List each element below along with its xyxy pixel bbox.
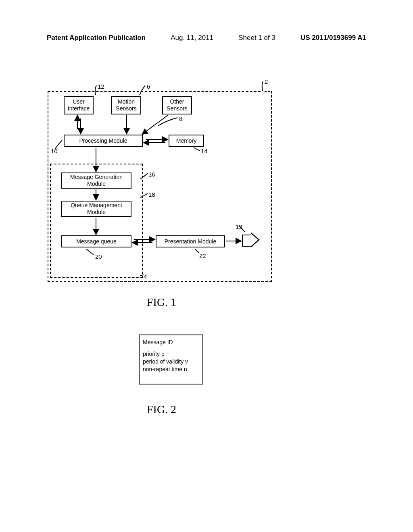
other-sensors-label: Other Sensors xyxy=(167,98,187,112)
user-interface-block: User Interface xyxy=(64,96,94,114)
presentation-module-block: Presentation Module xyxy=(156,235,225,247)
ref-2: 2 xyxy=(265,78,268,85)
motion-sensors-block: Motion Sensors xyxy=(111,96,141,114)
processing-module-block: Processing Module xyxy=(64,135,143,147)
ref-22: 22 xyxy=(199,252,206,259)
publication-label: Patent Application Publication xyxy=(47,34,146,42)
publication-number: US 2011/0193699 A1 xyxy=(300,34,366,42)
ref-16: 16 xyxy=(148,171,155,178)
figure-2-caption: FIG. 2 xyxy=(147,403,176,416)
ref-13: 13 xyxy=(236,223,242,230)
fig2-line-priority: priority p xyxy=(143,350,199,358)
other-sensors-block: Other Sensors xyxy=(162,96,192,114)
ref-8: 8 xyxy=(179,115,182,122)
ref-10: 10 xyxy=(51,148,58,154)
memory-block: Memory xyxy=(169,135,204,147)
fig2-line-validity: period of validity v xyxy=(143,358,199,366)
patent-page: Patent Application Publication Aug. 11, … xyxy=(0,0,413,532)
queue-management-label: Queue Management Module xyxy=(71,202,122,216)
page-header: Patent Application Publication Aug. 11, … xyxy=(47,34,366,42)
ref-12: 12 xyxy=(98,83,104,90)
processing-module-label: Processing Module xyxy=(79,137,127,144)
message-generation-label: Message Generation Module xyxy=(70,174,123,187)
memory-label: Memory xyxy=(176,137,197,144)
system-boundary-top-left xyxy=(48,91,261,92)
queue-management-block: Queue Management Module xyxy=(61,201,131,217)
ref-18: 18 xyxy=(148,191,155,198)
user-interface-label: User Interface xyxy=(68,98,90,112)
sheet-number: Sheet 1 of 3 xyxy=(238,34,275,42)
message-generation-block: Message Generation Module xyxy=(61,172,131,189)
ref-14: 14 xyxy=(201,148,208,154)
figure-2-message-record: Message ID priority p period of validity… xyxy=(139,335,203,384)
presentation-module-label: Presentation Module xyxy=(165,238,216,245)
fig2-line-nonrepeat: non-repeat time n xyxy=(143,366,199,373)
ref-6: 6 xyxy=(147,83,150,90)
speaker-icon xyxy=(242,232,261,247)
figure-1-caption: FIG. 1 xyxy=(147,296,176,309)
system-boundary-top-right xyxy=(265,91,270,92)
ref-20: 20 xyxy=(95,253,102,260)
publication-date: Aug. 11, 2011 xyxy=(171,34,213,42)
figure-1: User Interface Motion Sensors Other Sens… xyxy=(47,80,273,281)
message-queue-block: Message queue xyxy=(61,235,131,247)
message-queue-label: Message queue xyxy=(76,238,117,245)
motion-sensors-label: Motion Sensors xyxy=(116,98,136,112)
fig2-line-message-id: Message ID xyxy=(143,339,199,346)
ref-4: 4 xyxy=(144,273,147,280)
